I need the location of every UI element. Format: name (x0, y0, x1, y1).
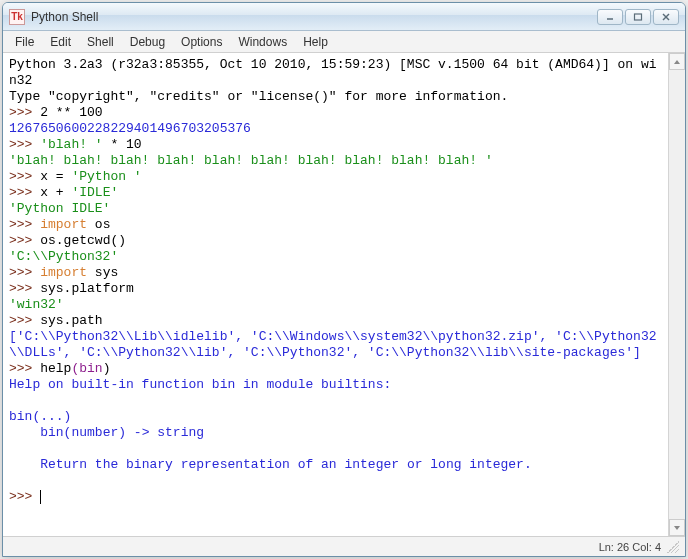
resize-grip[interactable] (667, 541, 679, 553)
output-4: 'Python IDLE' (9, 201, 110, 216)
cmd-9: sys.path (40, 313, 102, 328)
scroll-down-button[interactable] (669, 519, 685, 536)
shell-text-area[interactable]: Python 3.2a3 (r32a3:85355, Oct 10 2010, … (3, 53, 668, 536)
statusbar: Ln: 26 Col: 4 (3, 536, 685, 556)
cmd-4-str: 'IDLE' (71, 185, 118, 200)
window-title: Python Shell (31, 10, 597, 24)
minimize-button[interactable] (597, 9, 623, 25)
cmd-3-str: 'Python ' (71, 169, 141, 184)
tk-icon: Tk (9, 9, 25, 25)
help-line-2: bin(...) (9, 409, 71, 424)
window-controls (597, 9, 679, 25)
menu-shell[interactable]: Shell (79, 33, 122, 51)
output-1: 1267650600228229401496703205376 (9, 121, 251, 136)
prompt: >>> (9, 233, 32, 248)
cmd-5-mod: os (87, 217, 110, 232)
output-9: ['C:\\Python32\\Lib\\idlelib', 'C:\\Wind… (9, 329, 657, 360)
menubar: File Edit Shell Debug Options Windows He… (3, 31, 685, 53)
banner-line-1: Python 3.2a3 (r32a3:85355, Oct 10 2010, … (9, 57, 657, 88)
svg-rect-1 (635, 14, 642, 20)
cursor-position-label: Ln: 26 Col: 4 (599, 541, 661, 553)
python-shell-window: Tk Python Shell File Edit Shell Debug Op… (2, 2, 686, 557)
titlebar[interactable]: Tk Python Shell (3, 3, 685, 31)
cmd-8: sys.platform (40, 281, 134, 296)
help-line-4: Return the binary representation of an i… (9, 457, 532, 472)
cmd-7-kw: import (40, 265, 87, 280)
content-area: Python 3.2a3 (r32a3:85355, Oct 10 2010, … (3, 53, 685, 536)
scroll-up-button[interactable] (669, 53, 685, 70)
prompt: >>> (9, 361, 32, 376)
close-button[interactable] (653, 9, 679, 25)
scrollbar-track[interactable] (669, 70, 685, 519)
prompt: >>> (9, 169, 32, 184)
menu-debug[interactable]: Debug (122, 33, 173, 51)
maximize-button[interactable] (625, 9, 651, 25)
cmd-2-str: 'blah! ' (40, 137, 102, 152)
svg-marker-5 (674, 526, 680, 530)
prompt: >>> (9, 265, 32, 280)
menu-file[interactable]: File (7, 33, 42, 51)
help-line-1: Help on built-in function bin in module … (9, 377, 391, 392)
output-6: 'C:\\Python32' (9, 249, 118, 264)
menu-windows[interactable]: Windows (230, 33, 295, 51)
output-2: 'blah! blah! blah! blah! blah! blah! bla… (9, 153, 493, 168)
prompt: >>> (9, 137, 32, 152)
menu-options[interactable]: Options (173, 33, 230, 51)
cmd-7-mod: sys (87, 265, 118, 280)
svg-marker-4 (674, 60, 680, 64)
output-8: 'win32' (9, 297, 64, 312)
menu-edit[interactable]: Edit (42, 33, 79, 51)
cmd-10-help: help (40, 361, 71, 376)
cmd-6: os.getcwd() (40, 233, 126, 248)
prompt: >>> (9, 105, 32, 120)
prompt: >>> (9, 489, 32, 504)
cmd-10-paren-close: ) (103, 361, 111, 376)
vertical-scrollbar[interactable] (668, 53, 685, 536)
help-line-3: bin(number) -> string (9, 425, 204, 440)
cmd-2-op: * 10 (103, 137, 142, 152)
cmd-3-assign: x = (40, 169, 71, 184)
menu-help[interactable]: Help (295, 33, 336, 51)
cmd-4-expr: x + (40, 185, 71, 200)
cmd-1: 2 ** 100 (40, 105, 102, 120)
cmd-5-kw: import (40, 217, 87, 232)
prompt: >>> (9, 185, 32, 200)
prompt: >>> (9, 217, 32, 232)
cmd-10-bin: bin (79, 361, 102, 376)
banner-line-2: Type "copyright", "credits" or "license(… (9, 89, 508, 104)
prompt: >>> (9, 313, 32, 328)
prompt: >>> (9, 281, 32, 296)
cursor (40, 490, 41, 504)
